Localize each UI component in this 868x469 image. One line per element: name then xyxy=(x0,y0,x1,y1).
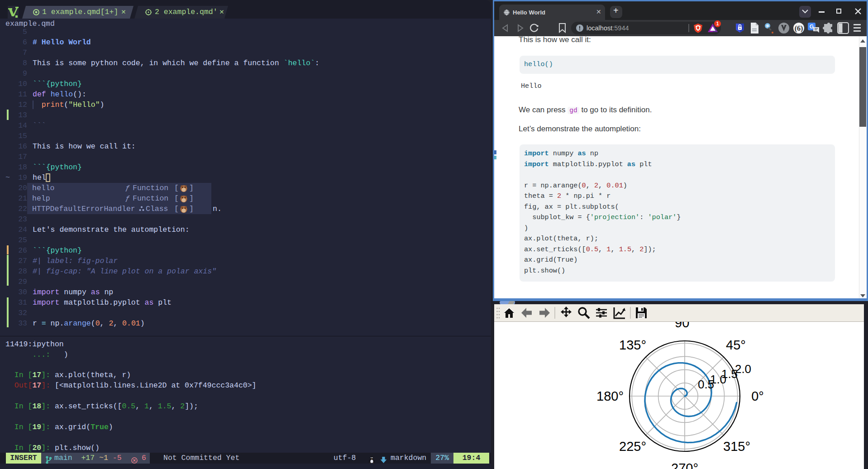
svg-text:270°: 270° xyxy=(671,461,698,469)
svg-text:G: G xyxy=(810,24,814,30)
svg-text:(6): (6) xyxy=(795,24,803,33)
svg-text:45°: 45° xyxy=(726,338,746,352)
svg-text:2.0: 2.0 xyxy=(735,362,751,376)
svg-text:0°: 0° xyxy=(751,389,764,403)
svg-text:315°: 315° xyxy=(723,439,750,454)
svg-text:225°: 225° xyxy=(619,439,646,454)
svg-text:135°: 135° xyxy=(619,338,646,352)
svg-text:180°: 180° xyxy=(596,389,624,403)
